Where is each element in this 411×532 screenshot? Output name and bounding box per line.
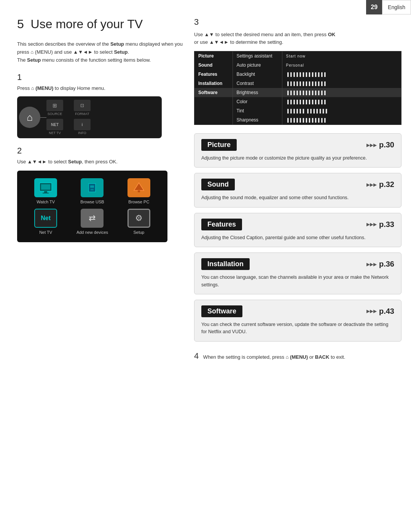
table-cell-item: Color — [233, 97, 282, 106]
card-software-title: Software — [201, 305, 242, 317]
table-row: Installation Contrast ▐▐▐▐▐▐▐▐▐▐▐▐▐ — [194, 79, 401, 88]
page-number: 29 — [366, 0, 382, 14]
card-installation-desc: You can choose language, scan the channe… — [201, 274, 394, 289]
add-devices-icon: ⇄ — [81, 209, 104, 228]
right-column: 3 Use ▲▼ to select the desired menu and … — [194, 17, 401, 363]
table-cell-item: Auto picture — [233, 61, 282, 70]
table-cell-value: ▐▐▐▐▐▐▐▐▐▐▐▐▐ — [282, 115, 401, 125]
table-cell-item: Sharpness — [233, 115, 282, 125]
table-row: Sound Auto picture Personal — [194, 61, 401, 70]
page-arrow-icon: ▶▶▶ — [366, 308, 377, 314]
table-cell-item: Settings assistant — [233, 51, 282, 61]
table-cell-category — [194, 97, 233, 106]
table-cell-value: Personal — [282, 61, 401, 70]
tv-menu-setup: ⚙ Setup — [118, 209, 160, 235]
card-features-page: ▶▶▶ p.33 — [366, 220, 394, 229]
browse-usb-label: Browse USB — [80, 200, 104, 204]
step-1: 1 Press ⌂ (MENU) to display Home menu. ⌂… — [17, 72, 185, 138]
card-software-header: Software ▶▶▶ p.43 — [201, 305, 394, 317]
table-cell-category: Features — [194, 70, 233, 79]
page-arrow-icon: ▶▶▶ — [366, 262, 377, 267]
browse-usb-icon — [81, 178, 104, 197]
watch-tv-label: Watch TV — [37, 200, 55, 204]
net-tv-label: Net TV — [39, 230, 52, 235]
svg-rect-7 — [138, 190, 140, 192]
svg-rect-5 — [91, 189, 94, 190]
table-cell-item: Contrast — [233, 79, 282, 88]
browse-pc-icon — [127, 178, 150, 197]
card-software-desc: You can check the current software versi… — [201, 321, 394, 336]
page-indicator: 29 English — [366, 0, 411, 14]
remote-image: ⌂ ⊞ SOURCE ⊡ — [17, 96, 162, 138]
table-cell-value: ▐▐▐▐▐▐▐▐▐▐▐▐▐ — [282, 97, 401, 106]
tv-menu-watch-tv: Watch TV — [25, 178, 67, 204]
page-arrow-icon: ▶▶▶ — [366, 222, 377, 227]
table-row: Picture Settings assistant Start now — [194, 51, 401, 61]
card-installation-page: ▶▶▶ p.36 — [366, 260, 394, 268]
home-button-icon: ⌂ — [19, 107, 40, 128]
table-cell-category: Sound — [194, 61, 233, 70]
page-language: English — [382, 0, 411, 14]
table-row: Sharpness ▐▐▐▐▐▐▐▐▐▐▐▐▐ — [194, 115, 401, 125]
step-4-number: 4 — [194, 351, 199, 361]
table-row-highlight: Software Brightness ▐▐▐▐▐▐▐▐▐▐▐▐▐ — [194, 88, 401, 97]
table-row: Color ▐▐▐▐▐▐▐▐▐▐▐▐▐ — [194, 97, 401, 106]
card-installation-page-num: p.36 — [379, 260, 394, 268]
step-2: 2 Use ▲▼◄► to select Setup, then press O… — [17, 146, 185, 242]
table-cell-category — [194, 115, 233, 125]
table-row: Features Backlight ▐▐▐▐▐▐▐▐▐▐▐▐▐ — [194, 70, 401, 79]
step-3-number: 3 — [194, 17, 401, 27]
table-row: Tint ▐▐▐▐▐▐ ▐▐▐▐▐▐▐ — [194, 106, 401, 115]
table-cell-item: Backlight — [233, 70, 282, 79]
menu-card-installation: Installation ▶▶▶ p.36 You can choose lan… — [194, 252, 401, 294]
svg-rect-4 — [90, 185, 94, 188]
svg-marker-6 — [134, 183, 144, 190]
svg-rect-2 — [43, 193, 49, 193]
card-picture-page: ▶▶▶ p.30 — [366, 141, 394, 149]
watch-tv-icon — [34, 178, 57, 197]
table-cell-item: Tint — [233, 106, 282, 115]
card-software-page-num: p.43 — [379, 307, 394, 316]
tv-menu-browse-pc: Browse PC — [118, 178, 160, 204]
settings-table: Picture Settings assistant Start now Sou… — [194, 51, 401, 125]
menu-card-software: Software ▶▶▶ p.43 You can check the curr… — [194, 300, 401, 342]
tv-menu-add-devices: ⇄ Add new devices — [71, 209, 113, 235]
step-4: 4 When the setting is completed, press ⌂… — [194, 349, 401, 363]
card-picture-title: Picture — [201, 139, 237, 151]
net-tv-icon: Net — [34, 209, 57, 228]
menu-card-features: Features ▶▶▶ p.33 Adjusting the Closed C… — [194, 213, 401, 247]
setup-label: Setup — [133, 230, 144, 235]
setup-icon: ⚙ — [127, 209, 150, 228]
table-cell-category: Software — [194, 88, 233, 97]
card-sound-page-num: p.32 — [379, 180, 394, 189]
card-features-header: Features ▶▶▶ p.33 — [201, 219, 394, 230]
card-sound-desc: Adjusting the sound mode, equalizer and … — [201, 194, 394, 201]
card-software-page: ▶▶▶ p.43 — [366, 307, 394, 316]
table-cell-value: ▐▐▐▐▐▐▐▐▐▐▐▐▐ — [282, 70, 401, 79]
chapter-title: 5 Use more of your TV — [17, 17, 185, 31]
menu-cards-container: Picture ▶▶▶ p.30 Adjusting the picture m… — [194, 133, 401, 342]
card-features-page-num: p.33 — [379, 220, 394, 229]
table-cell-category — [194, 106, 233, 115]
menu-card-picture: Picture ▶▶▶ p.30 Adjusting the picture m… — [194, 133, 401, 168]
card-installation-header: Installation ▶▶▶ p.36 — [201, 258, 394, 270]
table-cell-category: Picture — [194, 51, 233, 61]
menu-card-sound: Sound ▶▶▶ p.32 Adjusting the sound mode,… — [194, 173, 401, 207]
page-arrow-icon: ▶▶▶ — [366, 182, 377, 187]
tv-menu-grid: Watch TV Browse USB — [25, 178, 160, 235]
card-features-desc: Adjusting the Closed Caption, parental g… — [201, 234, 394, 241]
card-installation-title: Installation — [201, 258, 250, 270]
tv-menu-net-tv: Net Net TV — [25, 209, 67, 235]
table-cell-value: ▐▐▐▐▐▐▐▐▐▐▐▐▐ — [282, 79, 401, 88]
chapter-title-text: Use more of your TV — [31, 17, 143, 31]
add-devices-label: Add new devices — [76, 230, 108, 235]
card-sound-title: Sound — [201, 179, 235, 190]
step-1-text: Press ⌂ (MENU) to display Home menu. — [17, 85, 185, 93]
chapter-number: 5 — [17, 17, 24, 31]
settings-table-inner: Picture Settings assistant Start now Sou… — [194, 51, 401, 125]
intro-paragraph: This section describes the overview of t… — [17, 40, 185, 64]
table-cell-value: ▐▐▐▐▐▐▐▐▐▐▐▐▐ — [282, 88, 401, 97]
tv-menu-browse-usb: Browse USB — [71, 178, 113, 204]
card-features-title: Features — [201, 219, 242, 230]
browse-pc-label: Browse PC — [128, 200, 149, 204]
